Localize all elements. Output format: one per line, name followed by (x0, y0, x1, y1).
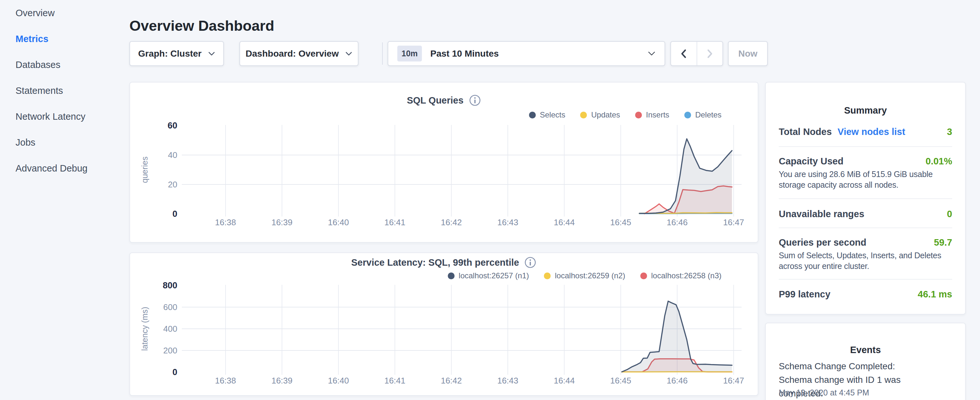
summary-divider (779, 198, 952, 199)
x-tick-label: 16:46 (667, 217, 687, 227)
sql-queries-chart-card: SQL QueriesSelectsUpdatesInsertsDeletes1… (129, 82, 758, 243)
events-title: Events (766, 345, 965, 355)
x-tick-label: 16:47 (723, 217, 744, 227)
x-tick-label: 16:38 (215, 376, 236, 386)
sidebar-item-statements[interactable]: Statements (0, 78, 129, 104)
x-tick-label: 16:44 (554, 376, 574, 386)
x-tick-label: 16:47 (723, 376, 744, 386)
time-window-dropdown[interactable]: 10m Past 10 Minutes (388, 41, 665, 66)
time-window-back-button[interactable] (671, 42, 697, 65)
y-tick-label: 600 (163, 302, 177, 312)
chevron-down-icon (648, 51, 655, 56)
time-window-badge: 10m (397, 46, 422, 62)
sidebar-item-overview[interactable]: Overview (0, 0, 129, 26)
summary-row-value: 59.7 (934, 237, 952, 248)
summary-row-label: Unavailable ranges (779, 209, 864, 220)
y-tick-label: 0 (172, 367, 177, 377)
y-tick-label: 200 (163, 346, 177, 355)
summary-divider (779, 228, 952, 228)
y-tick-label: 0 (172, 209, 177, 219)
series-area-selects (639, 139, 732, 214)
x-tick-label: 16:42 (441, 217, 462, 227)
time-window-pager (670, 41, 723, 66)
graph-dropdown-label: Graph: Cluster (138, 49, 202, 59)
summary-row-capacity-used: Capacity Used0.01% (779, 155, 952, 167)
dashboard-dropdown-label: Dashboard: Overview (245, 49, 339, 59)
chevron-right-icon (706, 49, 713, 59)
time-window-label: Past 10 Minutes (430, 49, 499, 59)
summary-row-unavailable-ranges: Unavailable ranges0 (779, 208, 952, 220)
x-tick-label: 16:40 (328, 217, 349, 227)
x-tick-label: 16:39 (272, 217, 293, 227)
x-tick-label: 16:40 (328, 376, 349, 386)
summary-divider (779, 146, 952, 147)
sidebar-item-metrics[interactable]: Metrics (0, 26, 129, 52)
x-tick-label: 16:41 (384, 217, 406, 227)
summary-row-label: Total Nodes (779, 126, 832, 137)
summary-row-value: 0 (947, 209, 952, 220)
x-tick-label: 16:43 (497, 376, 518, 386)
db-console-page: OverviewMetricsDatabasesStatementsNetwor… (0, 0, 980, 400)
time-window-forward-button[interactable] (697, 42, 723, 65)
summary-row-queries-per-second: Queries per second59.7 (779, 237, 952, 248)
x-tick-label: 16:38 (215, 217, 236, 227)
summary-row-value: 3 (947, 126, 952, 137)
x-tick-label: 16:45 (610, 217, 631, 227)
chevron-down-icon (208, 51, 215, 56)
x-tick-label: 16:44 (554, 217, 574, 227)
summary-row-label: P99 latency (779, 289, 830, 300)
sidebar-item-network-latency[interactable]: Network Latency (0, 104, 129, 129)
x-tick-label: 16:41 (384, 376, 406, 386)
x-tick-label: 16:42 (441, 376, 462, 386)
sidebar-item-jobs[interactable]: Jobs (0, 129, 129, 155)
series-area-localhost-26257-n1- (622, 301, 732, 372)
y-tick-label: 40 (168, 150, 177, 160)
summary-row-value: 46.1 ms (918, 289, 952, 300)
dashboard-dropdown[interactable]: Dashboard: Overview (239, 41, 358, 66)
y-tick-label: 800 (163, 280, 177, 290)
event-timestamp: May 13, 2020 at 4:45 PM (779, 388, 869, 397)
summary-row-label: Capacity Used (779, 156, 843, 167)
x-tick-label: 16:39 (272, 376, 293, 386)
sql-queries-plot[interactable]: 16:3816:3916:4016:4116:4216:4316:4416:45… (130, 83, 759, 243)
summary-row-value: 0.01% (926, 156, 952, 167)
sidebar-item-advanced-debug[interactable]: Advanced Debug (0, 155, 129, 181)
events-panel: Events Schema Change Completed: Schema c… (765, 323, 966, 400)
service-latency-chart-card: Service Latency: SQL, 99th percentileloc… (129, 252, 758, 396)
view-nodes-list-link[interactable]: View nodes list (838, 126, 905, 137)
y-tick-label: 400 (163, 324, 177, 334)
toolbar-divider (382, 42, 383, 65)
x-tick-label: 16:46 (667, 376, 687, 386)
summary-row-description: Sum of Selects, Updates, Inserts, and De… (779, 250, 960, 271)
summary-title: Summary (766, 105, 965, 116)
graph-dropdown[interactable]: Graph: Cluster (129, 41, 224, 66)
service-latency-plot[interactable]: 16:3816:3916:4016:4116:4216:4316:4416:45… (130, 253, 759, 397)
summary-row-total-nodes: Total NodesView nodes list3 (779, 126, 952, 137)
y-tick-label: 20 (168, 180, 177, 189)
x-tick-label: 16:45 (610, 376, 631, 386)
summary-row-p99-latency: P99 latency46.1 ms (779, 288, 952, 300)
sidebar: OverviewMetricsDatabasesStatementsNetwor… (0, 0, 129, 400)
summary-divider (779, 279, 952, 280)
sidebar-item-databases[interactable]: Databases (0, 52, 129, 78)
chevron-down-icon (345, 51, 352, 56)
page-title: Overview Dashboard (129, 18, 274, 34)
y-axis-label: latency (ms) (140, 307, 149, 351)
y-axis-label: queries (140, 157, 149, 183)
y-tick-label: 60 (168, 121, 177, 131)
summary-panel: Summary Total NodesView nodes list3Capac… (765, 82, 966, 315)
chevron-left-icon (680, 49, 687, 59)
now-button[interactable]: Now (728, 41, 768, 66)
summary-row-label: Queries per second (779, 237, 866, 248)
x-tick-label: 16:43 (497, 217, 518, 227)
summary-row-description: You are using 28.6 MiB of 515.9 GiB usab… (779, 169, 960, 190)
